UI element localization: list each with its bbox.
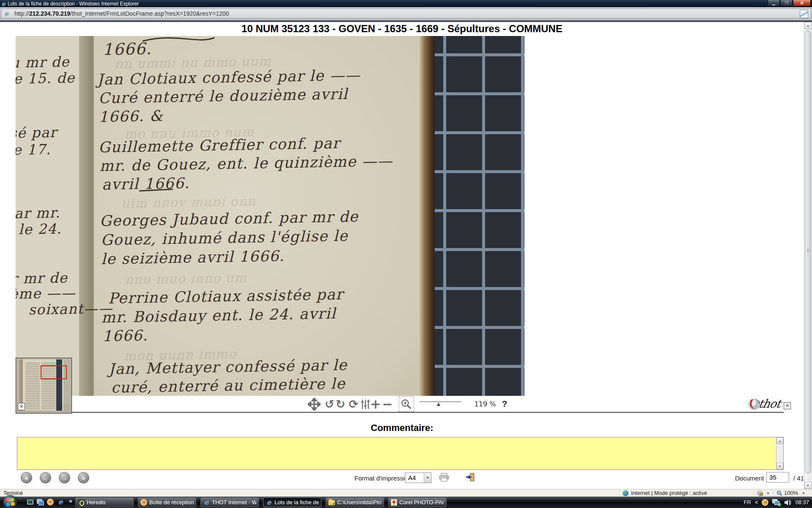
status-bar: Terminé Internet | Mode protégé : activé… [0, 489, 812, 497]
scrollbar-thumb[interactable] [805, 30, 811, 473]
overflow-chevron-icon[interactable]: » [66, 497, 75, 505]
print-button[interactable] [439, 472, 450, 484]
taskbar-button-label: Lots de la fiche de d... [274, 499, 319, 505]
taskbar: » HeredisBoîte de réception - ...THOT In… [0, 497, 812, 508]
manuscript-line: le 17. [16, 141, 51, 158]
exit-button[interactable] [465, 472, 475, 484]
document-total: / 41 [793, 475, 804, 482]
viewer-close-icon[interactable]: ✕ [784, 402, 791, 409]
restore-button[interactable]: ❐ [780, 0, 793, 6]
manuscript-line: ième —— [16, 284, 76, 302]
folder-icon [328, 500, 335, 505]
tray-expand-icon[interactable]: < [755, 499, 758, 505]
manuscript-viewport[interactable]: 1666.Jan Clotiaux confessé par le ——Curé… [16, 36, 524, 396]
taskbar-button-label: THOT Internet - Wi... [212, 499, 256, 505]
taskbar-button[interactable]: Lots de la fiche de d... [263, 497, 321, 507]
manuscript-line: nn ummi nu mmo uum [115, 54, 272, 71]
zoom-slider[interactable]: ▲ [420, 396, 461, 412]
scroll-up-icon[interactable]: ▲ [804, 22, 812, 29]
pan-icon[interactable] [307, 396, 322, 412]
address-bar: e http://212.234.70.219/thot_internet/Fr… [0, 7, 812, 20]
chevron-down-icon[interactable]: ▼ [424, 473, 431, 483]
manuscript-line: 1666. & [99, 107, 164, 125]
compatibility-page-icon[interactable] [800, 10, 808, 18]
document-count-label: Document [735, 475, 764, 482]
thumbnail-overview[interactable]: ✕ [16, 358, 72, 414]
taskbar-button[interactable]: THOT Internet - Wi... [200, 497, 259, 507]
taskbar-button[interactable]: Corel PHOTO-PAIN... [388, 497, 447, 507]
comment-scrollbar[interactable]: ▲ ▼ [776, 437, 783, 469]
ie-page-icon: e [5, 11, 8, 17]
manuscript-line: par mr. [16, 204, 60, 222]
mail-icon [140, 499, 147, 506]
window-title: Lots de la fiche de description - Window… [8, 1, 139, 7]
document-title: 10 NUM 35123 133 - GOVEN - 1635 - 1669 -… [0, 23, 804, 35]
taskbar-button[interactable]: Heredis [75, 497, 134, 507]
page-zoom-value[interactable]: 100% [784, 490, 798, 496]
close-button[interactable]: ✕ [793, 0, 811, 6]
switch-windows-icon[interactable] [36, 498, 45, 506]
page-scrollbar[interactable]: ▲ ▼ [804, 22, 812, 489]
heredis-icon [78, 499, 85, 506]
minimize-button[interactable]: ▁ [768, 0, 780, 6]
ie-icon [203, 499, 210, 506]
help-icon[interactable]: ? [500, 396, 509, 412]
thumbnail-view-rectangle[interactable] [41, 365, 67, 379]
rotate-cw-icon[interactable]: ↻ [335, 396, 346, 412]
volume-icon[interactable] [784, 499, 791, 506]
comment-input[interactable] [17, 437, 776, 469]
mail-icon[interactable] [46, 498, 55, 506]
first-document-button[interactable]: « [21, 472, 32, 483]
internet-zone-icon [623, 490, 628, 496]
print-format-select[interactable]: A4 ▼ [405, 472, 431, 483]
thumbnail-text-column [25, 362, 40, 410]
window-controls: ▁ ❐ ✕ [767, 0, 811, 6]
document-number-input[interactable] [766, 472, 789, 483]
url-host: 212.234.70.219 [29, 10, 70, 17]
manuscript-line: mo nnu immo num [124, 124, 255, 141]
zoom-slider-handle[interactable]: ▲ [436, 400, 442, 407]
previous-document-button[interactable]: ← [40, 472, 51, 483]
ie-icon[interactable] [56, 498, 65, 506]
rotate-ccw-icon[interactable]: ↺ [324, 396, 335, 412]
address-field[interactable]: e http://212.234.70.219/thot_internet/Fr… [1, 8, 811, 19]
scroll-up-icon[interactable]: ▲ [776, 437, 783, 444]
scroll-down-icon[interactable]: ▼ [804, 482, 812, 489]
thot-logo: thot [748, 398, 783, 413]
taskbar-button[interactable]: C:\Users\nilda\Pictu... [326, 497, 384, 507]
comment-label: Commentaire: [0, 422, 804, 433]
print-format-label: Format d'impression: [354, 475, 414, 482]
zoom-tool-icon[interactable] [399, 396, 414, 412]
taskbar-button-label: Boîte de réception - ... [149, 499, 194, 505]
chevron-down-icon[interactable]: ▼ [766, 491, 770, 495]
status-text: Terminé [3, 490, 23, 496]
taskbar-button-label: C:\Users\nilda\Pictu... [337, 499, 381, 505]
zoom-in-icon[interactable]: + [370, 396, 381, 412]
zoom-percent: 119 % [472, 396, 499, 412]
manuscript-line: le seizième avril 1666. [101, 247, 285, 268]
language-indicator[interactable]: FR [744, 499, 751, 505]
ie-icon [266, 499, 272, 506]
divider [773, 490, 774, 496]
security-zone-text: Internet | Mode protégé : activé [631, 490, 707, 496]
show-desktop-icon[interactable] [25, 498, 35, 506]
start-button[interactable] [3, 495, 17, 508]
next-document-button[interactable]: → [59, 472, 70, 483]
network-icon[interactable] [772, 499, 780, 505]
scrollbar-grip [807, 249, 810, 252]
thumbnail-close-icon[interactable]: ✕ [18, 403, 25, 410]
chevron-down-icon[interactable]: ▼ [802, 491, 805, 495]
taskbar-button-label: Heredis [87, 499, 106, 505]
clock[interactable]: 08:37 [795, 499, 809, 505]
url-path: /thot_internet/FrmLotDocFrame.asp?resX=1… [70, 10, 229, 17]
last-document-button[interactable]: » [78, 472, 89, 483]
taskbar-button[interactable]: Boîte de réception - ... [138, 497, 196, 507]
manuscript-line: au mr de [16, 53, 70, 71]
manuscript-line: ssé par [16, 124, 59, 141]
tray-mail-icon[interactable] [762, 499, 768, 506]
scroll-down-icon[interactable]: ▼ [776, 463, 783, 469]
adjust-levels-icon[interactable] [361, 396, 370, 412]
zoom-out-icon[interactable]: − [382, 396, 393, 412]
divider [619, 490, 620, 496]
rotate-reset-icon[interactable]: ⟳ [348, 396, 359, 412]
